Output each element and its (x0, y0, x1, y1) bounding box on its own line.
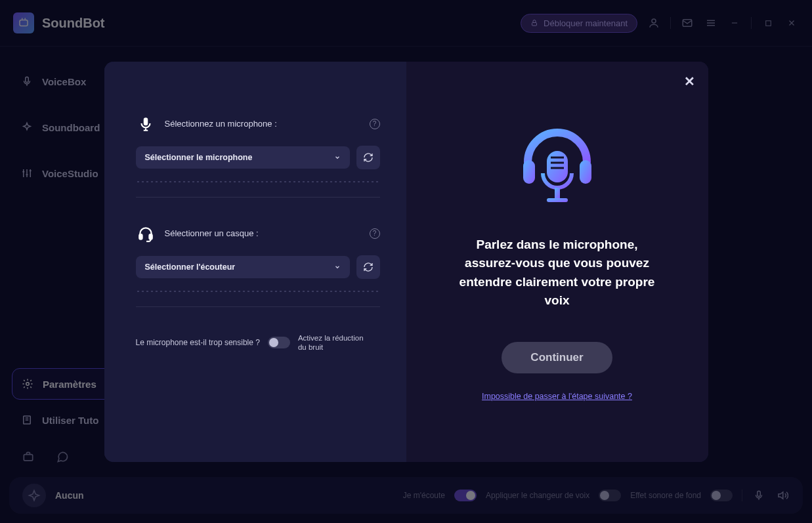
close-button[interactable]: ✕ (684, 73, 695, 89)
noise-reduction-label: Activez la réduction du bruit (298, 333, 370, 353)
microphone-section-label: Sélectionnez un microphone : (165, 119, 277, 129)
instruction-text: Parlez dans le microphone, assurez-vous … (459, 236, 656, 310)
svg-rect-16 (555, 188, 560, 198)
modal-left-pane: Sélectionnez un microphone : ? Sélection… (104, 62, 406, 462)
headset-section: Sélectionner un casque : ? Sélectionner … (136, 224, 380, 307)
microphone-illustration (508, 123, 607, 221)
setup-modal: ✕ Sélectionnez un microphone : ? Sélecti… (104, 62, 708, 462)
svg-rect-17 (547, 198, 568, 202)
microphone-select-value: Sélectionner le microphone (145, 153, 253, 162)
svg-rect-12 (149, 234, 152, 240)
help-icon[interactable]: ? (370, 228, 380, 239)
headset-icon (136, 224, 156, 243)
svg-rect-14 (580, 160, 591, 184)
continue-button[interactable]: Continuer (502, 342, 612, 373)
noise-reduction-toggle[interactable] (268, 337, 290, 348)
svg-rect-10 (143, 117, 148, 125)
headset-select-value: Sélectionner l'écouteur (145, 262, 236, 272)
chevron-down-icon (334, 154, 341, 161)
modal-overlay: ✕ Sélectionnez un microphone : ? Sélecti… (0, 0, 812, 523)
help-icon[interactable]: ? (370, 119, 380, 129)
microphone-icon (136, 114, 156, 134)
headset-section-label: Sélectionner un casque : (165, 228, 259, 238)
microphone-section: Sélectionnez un microphone : ? Sélection… (136, 114, 380, 198)
skip-link[interactable]: Impossible de passer à l'étape suivante … (482, 392, 632, 401)
headset-select[interactable]: Sélectionner l'écouteur (136, 256, 350, 278)
microphone-level-meter (136, 180, 380, 184)
microphone-select[interactable]: Sélectionner le microphone (136, 146, 350, 169)
continue-label: Continuer (530, 351, 583, 364)
sensitivity-question: Le microphone est-il trop sensible ? (136, 338, 260, 347)
chevron-down-icon (334, 264, 341, 270)
svg-rect-11 (139, 234, 142, 240)
refresh-headset-button[interactable] (356, 255, 380, 279)
separator (136, 197, 380, 198)
headset-level-meter (136, 289, 380, 293)
sensitivity-row: Le microphone est-il trop sensible ? Act… (136, 333, 380, 353)
modal-right-pane: Parlez dans le microphone, assurez-vous … (406, 62, 708, 462)
refresh-microphone-button[interactable] (356, 146, 380, 169)
separator (136, 306, 380, 307)
svg-rect-13 (523, 160, 535, 184)
svg-rect-15 (547, 151, 568, 182)
